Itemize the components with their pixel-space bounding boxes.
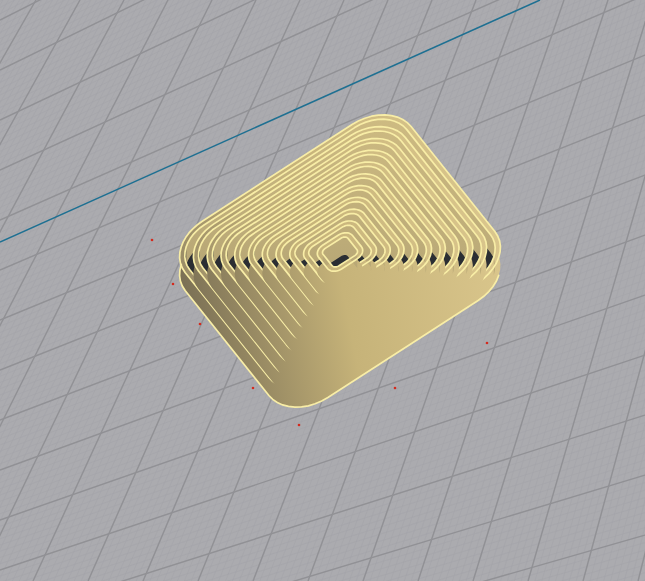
vertex-marker [486, 342, 489, 345]
viewport-3d[interactable] [0, 0, 645, 581]
viewport-container [0, 0, 645, 581]
vertex-marker [394, 387, 397, 390]
vertex-marker [298, 424, 301, 427]
vertex-marker [172, 283, 175, 286]
vertex-marker [252, 387, 255, 390]
vertex-marker [151, 239, 154, 242]
vertex-marker [199, 323, 202, 326]
